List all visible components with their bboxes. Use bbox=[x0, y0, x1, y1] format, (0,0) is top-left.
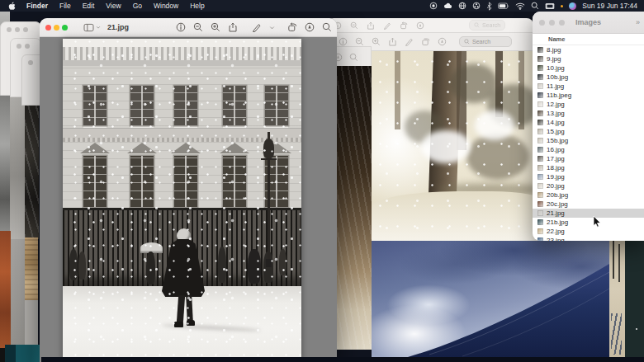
column-header-name[interactable]: Name bbox=[533, 35, 565, 43]
background-window-chrome[interactable] bbox=[21, 54, 41, 106]
file-row[interactable]: 21b.jpg bbox=[533, 218, 644, 227]
background-photo-graffiti[interactable] bbox=[609, 241, 625, 362]
markup-icon[interactable] bbox=[305, 22, 315, 32]
file-thumbnail-icon bbox=[537, 120, 543, 125]
preview-toolbar[interactable]: 21.jpg bbox=[40, 18, 337, 37]
file-row[interactable]: 18.jpg bbox=[533, 163, 644, 172]
bluetooth-icon[interactable] bbox=[486, 2, 492, 11]
file-row[interactable]: 23.jpg bbox=[533, 236, 644, 241]
screen-record-icon[interactable] bbox=[429, 2, 438, 10]
file-thumbnail-icon bbox=[537, 228, 543, 234]
file-row[interactable]: 22.jpg bbox=[533, 227, 644, 236]
minimize-button[interactable] bbox=[54, 25, 59, 31]
file-row[interactable]: 20.jpg bbox=[533, 181, 644, 190]
weather-icon[interactable] bbox=[443, 2, 452, 10]
chevron-down-icon[interactable] bbox=[269, 25, 275, 31]
file-thumbnail-icon bbox=[537, 74, 543, 80]
network-icon[interactable] bbox=[458, 2, 466, 10]
building-window bbox=[130, 86, 154, 125]
file-thumbnail-icon bbox=[537, 219, 543, 225]
battery-icon[interactable] bbox=[498, 2, 509, 10]
file-row[interactable]: 12.jpg bbox=[533, 100, 644, 109]
file-name: 21b.jpg bbox=[547, 219, 568, 226]
file-thumbnail-icon bbox=[537, 165, 543, 171]
menu-item-help[interactable]: Help bbox=[184, 0, 210, 12]
file-row[interactable]: 20b.jpg bbox=[533, 190, 644, 200]
file-name: 20c.jpg bbox=[547, 200, 568, 208]
specular-dot bbox=[636, 328, 637, 330]
file-row[interactable]: 8.jpg bbox=[533, 45, 644, 54]
menu-item-view[interactable]: View bbox=[100, 0, 126, 12]
file-thumbnail-icon bbox=[537, 129, 543, 134]
highlight-icon[interactable] bbox=[252, 22, 262, 32]
background-photo-strip[interactable] bbox=[0, 231, 11, 348]
file-name: 17.jpg bbox=[547, 155, 565, 162]
spotlight-icon[interactable] bbox=[531, 2, 539, 10]
background-photo-strip[interactable] bbox=[5, 345, 40, 362]
file-row[interactable]: 10b.jpg bbox=[533, 73, 644, 82]
file-row[interactable]: 21.jpg bbox=[533, 209, 644, 218]
file-row[interactable]: 19.jpg bbox=[533, 172, 644, 181]
wifi-icon[interactable] bbox=[515, 2, 525, 10]
zoom-out-icon[interactable] bbox=[193, 22, 203, 32]
toolbar-overflow-icon[interactable]: » bbox=[636, 18, 640, 26]
file-row[interactable]: 11.jpg bbox=[533, 82, 644, 91]
file-name: 22.jpg bbox=[547, 228, 565, 235]
finder-window[interactable]: Images » Name 8.jpg 9.jpg 10.jpg 10b.jpg… bbox=[533, 12, 644, 241]
input-source-icon[interactable] bbox=[545, 2, 555, 10]
siri-icon[interactable] bbox=[569, 2, 576, 10]
menu-bar-clock[interactable]: Sun 19 Jun 17:44 bbox=[582, 2, 637, 10]
zoom-in-icon[interactable] bbox=[211, 22, 220, 32]
menu-item-finder[interactable]: Finder bbox=[21, 0, 54, 12]
file-row[interactable]: 15b.jpg bbox=[533, 136, 644, 145]
walking-person-boot bbox=[174, 322, 183, 327]
zoom-in-icon bbox=[372, 37, 381, 46]
menu-item-window[interactable]: Window bbox=[148, 0, 184, 12]
lamp-post bbox=[266, 259, 272, 267]
menu-item-file[interactable]: File bbox=[54, 0, 77, 12]
menu-item-go[interactable]: Go bbox=[127, 0, 148, 12]
file-row[interactable]: 11b.jpeg bbox=[533, 91, 644, 100]
game-center-icon[interactable] bbox=[472, 2, 481, 10]
apple-menu[interactable] bbox=[0, 2, 21, 11]
photo-21jpg[interactable] bbox=[63, 39, 301, 362]
zoom-button[interactable] bbox=[62, 25, 68, 31]
finder-titlebar[interactable]: Images » bbox=[533, 12, 644, 34]
file-row[interactable]: 17.jpg bbox=[533, 154, 644, 163]
background-photo-forest[interactable] bbox=[372, 51, 543, 241]
search-field[interactable]: Search bbox=[459, 36, 512, 47]
background-photo-strip[interactable] bbox=[25, 237, 38, 300]
search-icon[interactable] bbox=[322, 22, 332, 32]
background-photo-strip[interactable] bbox=[25, 106, 39, 239]
file-name: 10.jpg bbox=[547, 64, 565, 72]
file-row[interactable]: 10.jpg bbox=[533, 63, 644, 73]
file-row[interactable]: 15.jpg bbox=[533, 127, 644, 136]
preview-window[interactable]: 21.jpg bbox=[40, 18, 337, 362]
search-field[interactable]: Search bbox=[469, 20, 505, 31]
menu-item-edit[interactable]: Edit bbox=[77, 0, 101, 12]
info-icon[interactable] bbox=[176, 22, 186, 32]
list-column-header[interactable]: Name bbox=[533, 34, 644, 45]
file-name: 9.jpg bbox=[547, 55, 561, 63]
file-row[interactable]: 16.jpg bbox=[533, 145, 644, 154]
file-thumbnail-icon bbox=[537, 237, 543, 241]
file-row[interactable]: 13.jpg bbox=[533, 109, 644, 118]
rotate-left-icon[interactable] bbox=[287, 22, 297, 32]
file-row[interactable]: 20c.jpg bbox=[533, 200, 644, 209]
background-photo-ocean[interactable] bbox=[372, 241, 609, 357]
close-button[interactable] bbox=[45, 25, 51, 31]
walking-person-boot bbox=[187, 320, 195, 326]
search-placeholder: Search bbox=[472, 39, 490, 45]
file-row[interactable]: 9.jpg bbox=[533, 54, 644, 63]
share-icon[interactable] bbox=[228, 22, 238, 32]
file-row[interactable]: 14.jpg bbox=[533, 118, 644, 127]
background-preview-toolbar[interactable]: Search bbox=[327, 18, 533, 33]
file-name: 10b.jpg bbox=[547, 73, 568, 81]
background-photo-strip[interactable] bbox=[11, 239, 25, 348]
file-thumbnail-icon bbox=[537, 174, 543, 180]
sidebar-toggle[interactable] bbox=[83, 23, 101, 32]
background-photo-strip[interactable] bbox=[25, 300, 38, 350]
zoom-out-icon bbox=[355, 37, 364, 46]
window-title: 21.jpg bbox=[107, 23, 129, 31]
building-window bbox=[223, 156, 246, 207]
